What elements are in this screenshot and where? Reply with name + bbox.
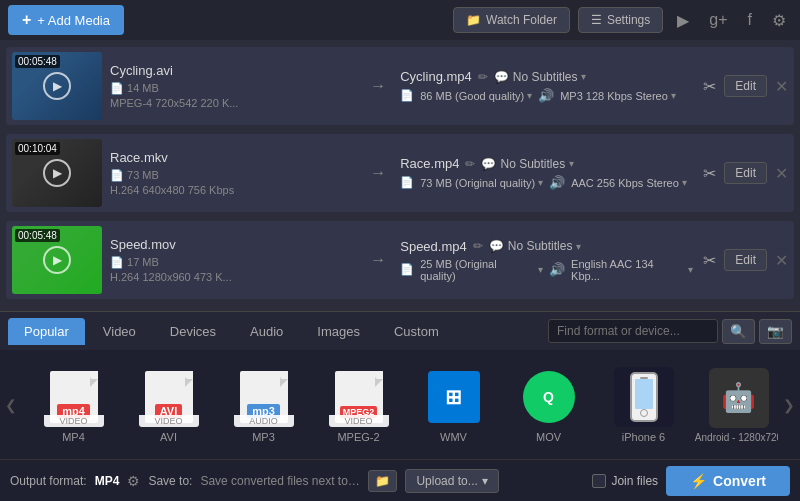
format-grid-container: ❮ mp4 VIDEO MP4 AVI VIDEO bbox=[0, 350, 800, 460]
audio-select[interactable]: English AAC 134 Kbp... ▾ bbox=[571, 258, 693, 282]
row-divider bbox=[0, 128, 800, 131]
convert-icon: ⚡ bbox=[690, 473, 707, 489]
tab-video[interactable]: Video bbox=[87, 318, 152, 345]
source-filename: Cycling.avi bbox=[110, 63, 354, 78]
close-icon[interactable]: ✕ bbox=[775, 251, 788, 270]
search-button[interactable]: 🔍 bbox=[722, 319, 755, 344]
output-info: Race.mp4 ✏ 💬 No Subtitles ▾ 📄 73 MB (Ori… bbox=[394, 156, 699, 190]
scissors-icon[interactable]: ✂ bbox=[703, 251, 716, 270]
edit-filename-icon[interactable]: ✏ bbox=[465, 157, 475, 171]
play-button[interactable]: ▶ bbox=[43, 72, 71, 100]
audio-icon: 🔊 bbox=[538, 88, 554, 103]
settings-button[interactable]: ☰ Settings bbox=[578, 7, 663, 33]
edit-button[interactable]: Edit bbox=[724, 75, 767, 97]
tab-images[interactable]: Images bbox=[301, 318, 376, 345]
file-info: Race.mkv 📄 73 MB H.264 640x480 756 Kbps bbox=[102, 150, 362, 196]
quality-select[interactable]: 86 MB (Good quality) ▾ bbox=[420, 90, 532, 102]
browse-folder-button[interactable]: 📁 bbox=[368, 470, 397, 492]
upload-button[interactable]: Upload to... ▾ bbox=[405, 469, 498, 493]
format-icon-mp3: mp3 AUDIO bbox=[234, 367, 294, 427]
format-icon-wmv: ⊞ bbox=[424, 367, 484, 427]
close-icon[interactable]: ✕ bbox=[775, 164, 788, 183]
output-settings-gear-icon[interactable]: ⚙ bbox=[127, 473, 140, 489]
scissors-icon[interactable]: ✂ bbox=[703, 77, 716, 96]
output-filename: Speed.mp4 bbox=[400, 239, 467, 254]
audio-select[interactable]: MP3 128 Kbps Stereo ▾ bbox=[560, 90, 676, 102]
play-button[interactable]: ▶ bbox=[43, 159, 71, 187]
format-item-mpeg2[interactable]: MPEG2 VIDEO MPEG-2 bbox=[311, 360, 406, 450]
file-row: 00:05:48 ▶ Cycling.avi 📄 14 MB MPEG-4 72… bbox=[6, 47, 794, 125]
add-media-button[interactable]: + + Add Media bbox=[8, 5, 124, 35]
format-item-mp4[interactable]: mp4 VIDEO MP4 bbox=[26, 360, 121, 450]
file-thumbnail[interactable]: 00:10:04 ▶ bbox=[12, 139, 102, 207]
format-search: 🔍 📷 bbox=[548, 319, 792, 344]
format-search-input[interactable] bbox=[548, 319, 718, 343]
scissors-icon[interactable]: ✂ bbox=[703, 164, 716, 183]
format-item-mov[interactable]: Q MOV bbox=[501, 360, 596, 450]
checkbox-icon bbox=[592, 474, 606, 488]
audio-label: MP3 128 Kbps Stereo bbox=[560, 90, 668, 102]
edit-area: ✂ Edit bbox=[699, 162, 771, 184]
quality-select[interactable]: 73 MB (Original quality) ▾ bbox=[420, 177, 543, 189]
quality-dropdown-arrow: ▾ bbox=[527, 90, 532, 101]
audio-label: English AAC 134 Kbp... bbox=[571, 258, 685, 282]
output-row: Speed.mp4 ✏ 💬 No Subtitles ▾ bbox=[400, 239, 693, 254]
watch-folder-label: Watch Folder bbox=[486, 13, 557, 27]
subtitle-select[interactable]: 💬 No Subtitles ▾ bbox=[494, 70, 587, 84]
edit-filename-icon[interactable]: ✏ bbox=[478, 70, 488, 84]
facebook-icon-button[interactable]: f bbox=[742, 7, 758, 33]
menu-icon: ☰ bbox=[591, 13, 602, 27]
join-files-checkbox[interactable]: Join files bbox=[592, 474, 658, 488]
upload-label: Upload to... bbox=[416, 474, 477, 488]
file-size: 📄 73 MB bbox=[110, 169, 354, 182]
format-tabs: Popular Video Devices Audio Images Custo… bbox=[0, 312, 800, 350]
upload-dropdown-arrow: ▾ bbox=[482, 474, 488, 488]
output-filename: Race.mp4 bbox=[400, 156, 459, 171]
file-thumbnail[interactable]: 00:05:48 ▶ bbox=[12, 52, 102, 120]
format-icon-android: 🤖 bbox=[709, 368, 769, 428]
format-item-wmv[interactable]: ⊞ WMV bbox=[406, 360, 501, 450]
tab-custom[interactable]: Custom bbox=[378, 318, 455, 345]
file-row: 00:05:48 ▶ Speed.mov 📄 17 MB H.264 1280x… bbox=[6, 221, 794, 299]
convert-button[interactable]: ⚡ Convert bbox=[666, 466, 790, 496]
gear-icon-button[interactable]: ⚙ bbox=[766, 7, 792, 34]
audio-select[interactable]: AAC 256 Kbps Stereo ▾ bbox=[571, 177, 687, 189]
quality-select[interactable]: 25 MB (Original quality) ▾ bbox=[420, 258, 543, 282]
google-plus-icon-button[interactable]: g+ bbox=[703, 7, 733, 33]
subtitle-dropdown-arrow: ▾ bbox=[576, 241, 581, 252]
subtitle-dropdown-arrow: ▾ bbox=[581, 71, 586, 82]
camera-button[interactable]: 📷 bbox=[759, 319, 792, 344]
format-item-avi[interactable]: AVI VIDEO AVI bbox=[121, 360, 216, 450]
format-label-mov: MOV bbox=[536, 431, 561, 443]
file-thumbnail[interactable]: 00:05:48 ▶ bbox=[12, 226, 102, 294]
subtitle-select[interactable]: 💬 No Subtitles ▾ bbox=[481, 157, 574, 171]
file-codec: H.264 1280x960 473 K... bbox=[110, 271, 354, 283]
tab-devices[interactable]: Devices bbox=[154, 318, 232, 345]
android-logo-icon: 🤖 bbox=[721, 381, 756, 414]
subtitle-select[interactable]: 💬 No Subtitles ▾ bbox=[489, 239, 582, 253]
edit-button[interactable]: Edit bbox=[724, 162, 767, 184]
format-item-mp3[interactable]: mp3 AUDIO MP3 bbox=[216, 360, 311, 450]
format-label-android: Android - 1280x720 bbox=[695, 432, 778, 443]
edit-filename-icon[interactable]: ✏ bbox=[473, 239, 483, 253]
arrow: → bbox=[362, 251, 394, 269]
tab-audio[interactable]: Audio bbox=[234, 318, 299, 345]
file-icon: 📄 bbox=[110, 256, 124, 268]
file-info: Cycling.avi 📄 14 MB MPEG-4 720x542 220 K… bbox=[102, 63, 362, 109]
file-info: Speed.mov 📄 17 MB H.264 1280x960 473 K..… bbox=[102, 237, 362, 283]
output-row: Cycling.mp4 ✏ 💬 No Subtitles ▾ bbox=[400, 69, 693, 84]
tab-popular[interactable]: Popular bbox=[8, 318, 85, 345]
quality-dropdown-arrow: ▾ bbox=[538, 264, 543, 275]
edit-button[interactable]: Edit bbox=[724, 249, 767, 271]
quality-label: 25 MB (Original quality) bbox=[420, 258, 535, 282]
quality-label: 73 MB (Original quality) bbox=[420, 177, 535, 189]
format-item-android[interactable]: 🤖 Android - 1280x720 bbox=[691, 360, 778, 450]
close-icon[interactable]: ✕ bbox=[775, 77, 788, 96]
youtube-icon-button[interactable]: ▶ bbox=[671, 7, 695, 34]
watch-folder-button[interactable]: 📁 Watch Folder bbox=[453, 7, 570, 33]
format-item-iphone6[interactable]: iPhone 6 bbox=[596, 360, 691, 450]
grid-prev-button[interactable]: ❮ bbox=[0, 350, 22, 460]
play-button[interactable]: ▶ bbox=[43, 246, 71, 274]
grid-next-button[interactable]: ❯ bbox=[778, 350, 800, 460]
save-to-label: Save to: bbox=[148, 474, 192, 488]
